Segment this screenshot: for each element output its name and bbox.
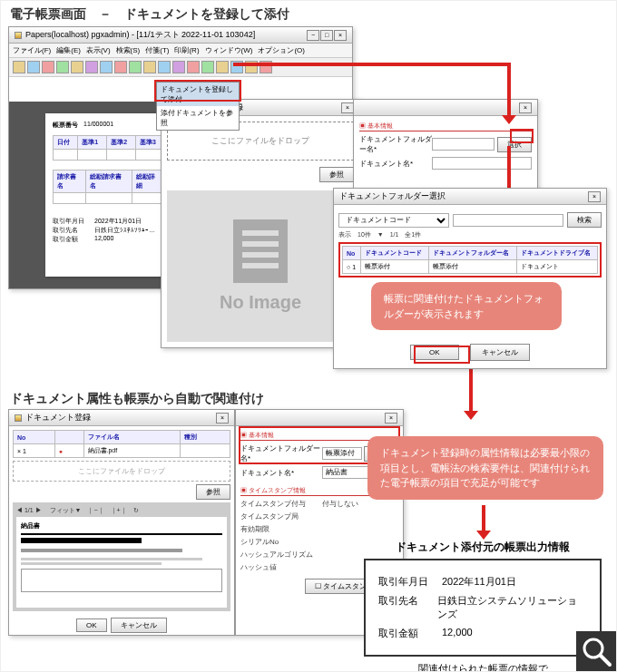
win1-title: Papers(localhost) pgxadmin) - [11/1テスト 2… — [25, 29, 306, 41]
app-icon — [15, 32, 22, 39]
result-table-highlight: Noドキュメントコードドキュメントフォルダー名ドキュメントドライブ名 ○ 1帳票… — [338, 242, 602, 278]
browse-button[interactable]: 参照 — [319, 167, 354, 182]
folder-input[interactable] — [432, 138, 495, 151]
ctx-view-attach[interactable]: 添付ドキュメントを参照 — [157, 106, 239, 130]
folder-result-table[interactable]: Noドキュメントコードドキュメントフォルダー名ドキュメントドライブ名 ○ 1帳票… — [342, 246, 598, 274]
cancel-button2[interactable]: キャンセル — [111, 618, 167, 633]
preview-area: ◀ 1/1 ▶ フィット▼ ｜−｜ ｜+｜ ↻ 納品書 — [13, 502, 230, 611]
dropzone2[interactable]: ここにファイルをドロップ — [13, 461, 230, 482]
context-menu-highlight — [154, 80, 241, 102]
doc-register-window-2: ドキュメント登録× Noファイル名種別 × 1●納品書.pdf ここにファイルを… — [8, 409, 235, 636]
ok-highlight — [414, 346, 470, 364]
search-button[interactable]: 検索 — [567, 212, 602, 228]
callout-folder: 帳票に関連付けたドキュメントフォルダーが表示されます — [371, 282, 562, 330]
file-table[interactable]: Noファイル名種別 × 1●納品書.pdf — [13, 430, 230, 458]
output-note: 関連付けられた帳票の情報で 検索する事が可能です — [364, 662, 602, 672]
code-combo[interactable]: ドキュメントコード — [338, 213, 449, 228]
svg-line-1 — [601, 656, 610, 665]
no-image-area: No Image — [167, 190, 354, 342]
win1-toolbar[interactable] — [9, 58, 352, 77]
magnify-icon[interactable] — [576, 631, 616, 671]
ok-button2[interactable]: OK — [76, 618, 107, 632]
search-input[interactable] — [453, 214, 563, 227]
select-btn-highlight — [510, 129, 534, 143]
section1-title: 電子帳票画面 － ドキュメントを登録して添付 — [1, 1, 616, 28]
win1-titlebar: Papers(localhost) pgxadmin) - [11/1テスト 2… — [9, 27, 352, 44]
output-title: ドキュメント添付元の帳票出力情報 — [364, 540, 602, 555]
document-placeholder-icon — [233, 219, 288, 283]
doc-register-window-1: ドキュメント登録× ここにファイルをドロップ 参照 No Image — [161, 99, 360, 348]
docname-input[interactable] — [432, 157, 532, 170]
folder-select-dialog: ドキュメントフォルダー選択× ドキュメントコード 検索 表示 10件 ▼ 1/1… — [333, 188, 607, 369]
win1-menubar[interactable]: ファイル(F)編集(E)表示(V)検索(S)付箋(T)印刷(R)ウィンドウ(W)… — [9, 44, 352, 58]
output-info-box: 取引年月日2022年11月01日 取引先名日鉄日立システムソリューションズ 取引… — [364, 559, 602, 657]
callout-attrs: ドキュメント登録時の属性情報は必要最小限の項目とし、電帳法の検索要件は、関連付け… — [367, 436, 603, 500]
window-controls[interactable]: −□× — [306, 30, 347, 41]
browse-button2[interactable]: 参照 — [196, 484, 230, 500]
report-paper: 帳票番号11/000001 日付基準1基準2基準3 請求書名総勘請求書名総勘詳細… — [45, 113, 172, 277]
cancel-button[interactable]: キャンセル — [470, 344, 530, 361]
